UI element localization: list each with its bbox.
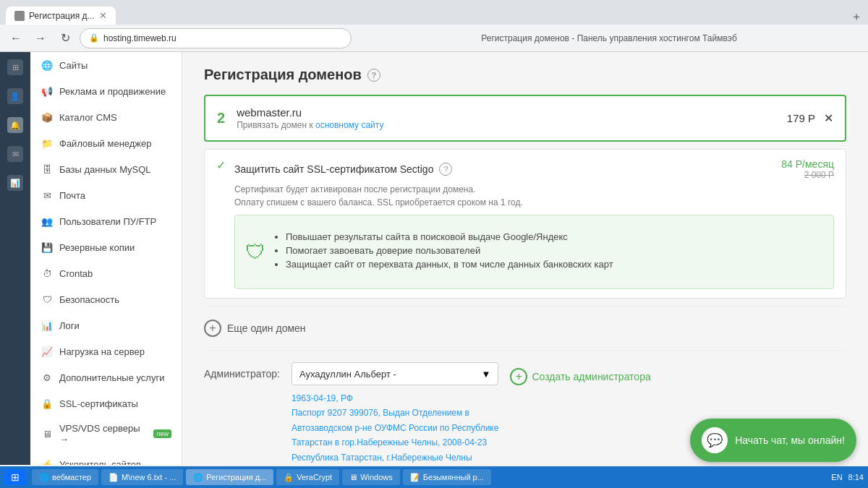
active-browser-tab[interactable]: Регистрация д... ✕ xyxy=(6,7,116,25)
nav-item-security[interactable]: 🛡 Безопасность xyxy=(30,286,182,312)
admin-detail-2: Автозаводском р-не ОУФМС России по Респу… xyxy=(292,421,498,435)
sidebar-icon-grid[interactable]: ⊞ xyxy=(7,59,23,75)
admin-details: 1963-04-19, РФ Паспорт 9207 399076, Выда… xyxy=(292,391,498,465)
admin-detail-3: Татарстан в гор.Набережные Челны, 2008-0… xyxy=(292,435,498,450)
nav-label-ssl: SSL-сертификаты xyxy=(59,398,138,409)
windows-icon: ⊞ xyxy=(11,471,20,483)
nav-label-filemanager: Файловый менеджер xyxy=(59,138,152,149)
address-box[interactable]: 🔒 hosting.timeweb.ru xyxy=(80,28,352,48)
mail-icon: ✉ xyxy=(41,189,54,202)
remove-domain-button[interactable]: ✕ xyxy=(824,111,833,125)
nav-label-logs: Логи xyxy=(59,320,80,331)
nav-label-accelerator: Ускоритель сайтов xyxy=(59,459,141,466)
backups-icon: 💾 xyxy=(41,241,54,254)
chat-speech-icon: 💬 xyxy=(707,432,723,448)
create-admin-button[interactable]: + Создать администратора xyxy=(510,362,650,385)
forward-button[interactable]: → xyxy=(30,28,51,48)
admin-detail-1: Паспорт 9207 399076, Выдан Отделением в xyxy=(292,406,498,420)
icon-sidebar: ⊞ 👤 🔔 ✉ 📊 xyxy=(0,52,30,465)
taskbar: ⊞ 🌐 вебмастер 📄 М\new 6.txt - ... 🌐 Реги… xyxy=(0,466,868,488)
users-icon: 👥 xyxy=(41,215,54,228)
nav-item-backups[interactable]: 💾 Резервные копии xyxy=(30,234,182,260)
ssl-title: Защитить сайт SSL-сертификатом Sectigo ? xyxy=(234,163,452,176)
nav-label-crontab: Crontab xyxy=(59,268,93,279)
admin-dropdown[interactable]: Аухадуллин Альберт - ▼ xyxy=(292,362,498,385)
add-domain-label: Еще один домен xyxy=(227,322,306,334)
filemanager-icon: 📁 xyxy=(41,137,54,150)
ads-icon: 📢 xyxy=(41,85,54,98)
add-domain-button[interactable]: + Еще один домен xyxy=(204,312,306,344)
nav-item-logs[interactable]: 📊 Логи xyxy=(30,312,182,338)
ssl-benefit-2: Помогает завоевать доверие пользователей xyxy=(286,245,613,256)
ssl-desc: Сертификат будет активирован после регис… xyxy=(234,183,834,209)
nav-item-ssl[interactable]: 🔒 SSL-сертификаты xyxy=(30,390,182,416)
back-button[interactable]: ← xyxy=(6,28,26,48)
nav-label-load: Нагрузка на сервер xyxy=(59,346,145,357)
refresh-button[interactable]: ↻ xyxy=(55,28,75,48)
nav-item-crontab[interactable]: ⏱ Crontab xyxy=(30,260,182,286)
heading-help-icon[interactable]: ? xyxy=(367,69,380,82)
admin-select-input[interactable]: Аухадуллин Альберт - xyxy=(299,369,490,380)
nav-item-sites[interactable]: 🌐 Сайты xyxy=(30,52,182,78)
sidebar-icon-chart[interactable]: 📊 xyxy=(7,175,23,191)
nav-item-mail[interactable]: ✉ Почта xyxy=(30,182,182,208)
extra-icon: ⚙ xyxy=(41,371,54,384)
ssl-card: ✓ Защитить сайт SSL-сертификатом Sectigo… xyxy=(204,149,846,299)
create-admin-plus-icon: + xyxy=(510,368,527,385)
nav-item-cms[interactable]: 📦 Каталог CMS xyxy=(30,104,182,130)
nav-item-users[interactable]: 👥 Пользователи ПУ/FTP xyxy=(30,208,182,234)
nav-item-ads[interactable]: 📢 Реклама и продвижение xyxy=(30,78,182,104)
tab-title: Регистрация д... xyxy=(29,11,95,21)
chat-button[interactable]: 💬 Начать чат, мы онлайн! xyxy=(690,419,856,462)
ssl-price: 84 Р/месяц 2 000 Р xyxy=(781,158,834,180)
ssl-price-main: 84 Р/месяц xyxy=(781,158,834,170)
domain-name: webmaster.ru xyxy=(237,106,383,119)
close-tab-btn[interactable]: ✕ xyxy=(99,10,107,21)
domain-link: Привязать домен к основному сайту xyxy=(237,120,383,130)
browser-chrome: Регистрация д... ✕ ＋ ← → ↻ 🔒 hosting.tim… xyxy=(0,0,868,52)
taskbar-windows-icon: 🖥 xyxy=(349,473,357,481)
address-bar-row: ← → ↻ 🔒 hosting.timeweb.ru Регистрация д… xyxy=(0,25,868,52)
domain-price: 179 Р xyxy=(787,112,815,124)
dropdown-chevron-icon: ▼ xyxy=(482,369,491,380)
taskbar-file-icon: 📄 xyxy=(109,473,119,482)
nav-item-load[interactable]: 📈 Нагрузка на сервер xyxy=(30,338,182,364)
vps-badge: new xyxy=(153,429,171,438)
taskbar-veracrypt-icon: 🔒 xyxy=(284,473,294,482)
nav-item-vps[interactable]: 🖥 VPS/VDS серверы → new xyxy=(30,416,182,451)
nav-item-extra[interactable]: ⚙ Дополнительные услуги xyxy=(30,364,182,390)
tab-controls[interactable]: ＋ xyxy=(851,9,862,25)
taskbar-start-button[interactable]: ⊞ xyxy=(4,469,26,485)
sidebar-icon-mail[interactable]: ✉ xyxy=(7,146,23,162)
nav-sidebar: 🌐 Сайты 📢 Реклама и продвижение 📦 Катало… xyxy=(30,52,182,465)
nav-label-extra: Дополнительные услуги xyxy=(59,372,164,383)
nav-label-users: Пользователи ПУ/FTP xyxy=(59,216,156,227)
ssl-help-icon[interactable]: ? xyxy=(439,163,452,176)
taskbar-btn-webmaster[interactable]: 🌐 вебмастер xyxy=(32,469,98,485)
nav-label-security: Безопасность xyxy=(59,294,119,305)
sidebar-icon-bell[interactable]: 🔔 xyxy=(7,117,23,133)
taskbar-btn-registration[interactable]: 🌐 Регистрация д... xyxy=(186,469,273,485)
nav-item-filemanager[interactable]: 📁 Файловый менеджер xyxy=(30,130,182,156)
page-heading: Регистрация доменов ? xyxy=(204,67,846,83)
taskbar-btn-bezymyanny[interactable]: 📝 Безымянный р... xyxy=(403,469,491,485)
admin-detail-0: 1963-04-19, РФ xyxy=(292,391,498,406)
taskbar-btn-file[interactable]: 📄 М\new 6.txt - ... xyxy=(101,469,183,485)
taskbar-btn-veracrypt[interactable]: 🔒 VeraCrypt xyxy=(276,469,339,485)
ssl-desc1: Сертификат будет активирован после регис… xyxy=(234,183,834,196)
cms-icon: 📦 xyxy=(41,111,54,124)
sidebar-icon-person[interactable]: 👤 xyxy=(7,88,23,104)
nav-item-accelerator[interactable]: ⚡ Ускоритель сайтов xyxy=(30,451,182,465)
taskbar-time: 8:14 xyxy=(848,473,864,481)
taskbar-lang: EN xyxy=(831,473,842,481)
domain-link-anchor[interactable]: основному сайту xyxy=(315,120,383,130)
lock-icon: 🔒 xyxy=(89,33,99,43)
new-tab-btn[interactable]: ＋ xyxy=(851,9,862,25)
ssl-desc2: Оплату спишем с вашего баланса. SSL прио… xyxy=(234,196,834,209)
taskbar-btn-windows[interactable]: 🖥 Windows xyxy=(342,469,400,485)
load-icon: 📈 xyxy=(41,345,54,358)
nav-label-backups: Резервные копии xyxy=(59,242,135,253)
nav-item-mysql[interactable]: 🗄 Базы данных MySQL xyxy=(30,156,182,182)
page-title-center: Регистрация доменов - Панель управления … xyxy=(356,33,862,43)
address-text: hosting.timeweb.ru xyxy=(103,33,176,43)
